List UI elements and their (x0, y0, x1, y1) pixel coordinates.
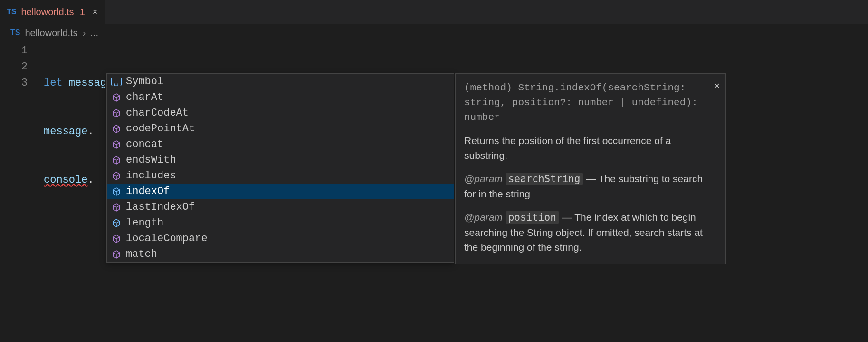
punct-dot: . (87, 126, 94, 137)
param-name: position (506, 211, 559, 224)
suggestion-item-charcodeat[interactable]: charCodeAt (107, 105, 454, 121)
suggestion-label: lastIndexOf (126, 199, 195, 215)
param-name: searchString (506, 173, 583, 185)
tab-filename: helloworld.ts (21, 7, 74, 18)
suggestion-label: charAt (126, 89, 163, 105)
param-sep: — (559, 212, 574, 223)
line-number: 1 (0, 43, 28, 59)
method-icon (112, 218, 121, 228)
suggestion-label: localeCompare (126, 231, 208, 246)
method-icon (112, 124, 121, 134)
method-icon (112, 234, 121, 244)
intellisense-doc-panel: × (method) String.indexOf(searchString: … (455, 73, 726, 264)
bracket-icon: [␣] (112, 77, 121, 87)
tab-dirty-badge: 1 (80, 7, 85, 18)
editor[interactable]: 1 2 3 let message : string = "Hello Worl… (0, 42, 868, 221)
suggestion-label: length (126, 215, 163, 231)
doc-signature: (method) String.indexOf(searchString: st… (464, 80, 717, 125)
suggestion-label: indexOf (126, 184, 170, 199)
suggestion-item-concat[interactable]: concat (107, 137, 454, 152)
method-icon (112, 250, 121, 259)
intellisense-suggestions[interactable]: [␣]SymbolcharAtcharCodeAtcodePointAtconc… (106, 73, 454, 263)
typescript-icon: TS (10, 29, 20, 37)
method-icon (112, 108, 121, 118)
suggestion-label: match (126, 246, 157, 262)
breadcrumb-rest: ... (90, 28, 98, 39)
suggestion-item-charat[interactable]: charAt (107, 89, 454, 105)
suggestion-item-length[interactable]: length (107, 215, 454, 231)
text-cursor (95, 124, 95, 136)
close-icon[interactable]: × (93, 7, 98, 17)
chevron-right-icon: › (83, 28, 86, 39)
method-icon (112, 171, 121, 181)
method-icon (112, 140, 121, 149)
suggestion-item-match[interactable]: match (107, 246, 454, 262)
doc-description: Returns the position of the first occurr… (464, 133, 717, 163)
method-icon (112, 203, 121, 212)
suggestion-item-localecompare[interactable]: localeCompare (107, 231, 454, 246)
param-tag: @param (464, 212, 503, 223)
typescript-icon: TS (7, 8, 16, 16)
suggestion-item-codepointat[interactable]: codePointAt (107, 121, 454, 137)
close-icon[interactable]: × (714, 78, 720, 93)
breadcrumb-filename: helloworld.ts (25, 28, 77, 39)
suggestion-item-indexof[interactable]: indexOf (107, 184, 454, 199)
param-sep: — (583, 173, 598, 184)
punct-dot: . (87, 174, 94, 186)
method-icon (112, 187, 121, 196)
suggestion-label: codePointAt (126, 121, 195, 137)
suggestion-item-lastindexof[interactable]: lastIndexOf (107, 199, 454, 215)
suggestion-item-symbol[interactable]: [␣]Symbol (107, 74, 454, 89)
identifier-console-error: console (44, 174, 87, 186)
suggestion-label: endsWith (126, 152, 176, 168)
suggestion-label: charCodeAt (126, 105, 189, 121)
tab-helloworld[interactable]: TS helloworld.ts 1 × (0, 0, 105, 24)
suggestion-label: concat (126, 137, 163, 152)
suggestion-label: includes (126, 168, 176, 184)
keyword-let: let (44, 77, 63, 89)
method-icon (112, 156, 121, 165)
suggestion-item-includes[interactable]: includes (107, 168, 454, 184)
method-icon (112, 93, 121, 102)
line-number: 2 (0, 59, 28, 75)
doc-param-1: @param searchString — The substring to s… (464, 171, 717, 201)
suggestion-label: Symbol (126, 74, 163, 89)
doc-param-2: @param position — The index at which to … (464, 210, 717, 254)
breadcrumb[interactable]: TS helloworld.ts › ... (0, 24, 868, 42)
suggestion-item-endswith[interactable]: endsWith (107, 152, 454, 168)
line-number: 3 (0, 75, 28, 91)
line-gutter: 1 2 3 (0, 42, 44, 221)
identifier-message: message (44, 126, 87, 137)
tab-bar: TS helloworld.ts 1 × (0, 0, 868, 24)
param-tag: @param (464, 173, 503, 184)
